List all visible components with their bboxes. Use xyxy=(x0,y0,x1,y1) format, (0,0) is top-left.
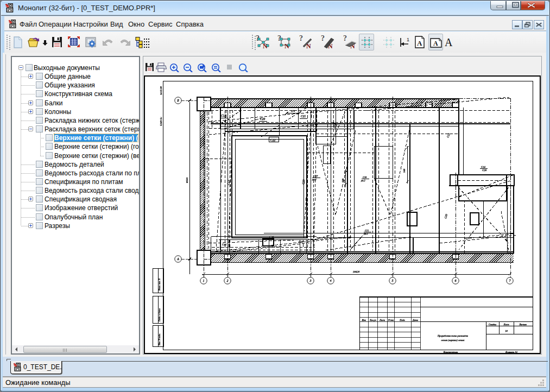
svg-text:Изм: Изм xyxy=(361,319,366,321)
svg-text:?: ? xyxy=(343,35,347,42)
svg-text:Подп: Подп xyxy=(399,319,404,321)
svg-text:7: 7 xyxy=(509,279,511,282)
svg-text:Дата: Дата xyxy=(412,319,418,321)
svg-text:1: 1 xyxy=(203,279,205,282)
svg-text:A: A xyxy=(417,39,422,47)
svg-text:340: 340 xyxy=(403,168,406,173)
svg-text:2: 2 xyxy=(227,279,229,282)
svg-text:4: 4 xyxy=(330,279,332,282)
svg-text:C16: C16 xyxy=(299,241,303,243)
svg-text:A: A xyxy=(433,40,438,47)
svg-text:Проработка типа раскладки: Проработка типа раскладки xyxy=(437,334,469,337)
svg-text:Листов: Листов xyxy=(519,323,527,326)
svg-text:18420: 18420 xyxy=(353,270,360,273)
svg-text:5: 5 xyxy=(392,279,394,282)
svg-text:C/8: C/8 xyxy=(363,176,367,179)
svg-text:ум.2: ум.2 xyxy=(312,178,317,181)
svg-text:C27: C27 xyxy=(313,175,318,178)
svg-text:A: A xyxy=(445,36,453,48)
svg-text:C26: C26 xyxy=(482,169,487,172)
svg-text:Лист: Лист xyxy=(503,323,509,326)
svg-text:Б: Б xyxy=(176,99,179,102)
svg-text:А: А xyxy=(176,257,179,261)
svg-text:Подп. и дата: Подп. и дата xyxy=(158,308,161,322)
svg-text:N док: N док xyxy=(388,319,394,321)
svg-text:5240-5c: 5240-5c xyxy=(160,117,162,126)
svg-text:C15: C15 xyxy=(222,243,227,246)
svg-text:Взам. инв. N: Взам. инв. N xyxy=(158,279,161,290)
svg-text:370: 370 xyxy=(291,110,295,112)
svg-text:?: ? xyxy=(299,35,303,42)
svg-text:ум.2: ум.2 xyxy=(361,179,365,182)
svg-text:18: 18 xyxy=(505,330,508,332)
svg-text:C22: C22 xyxy=(270,138,275,142)
svg-text:8550: 8550 xyxy=(186,178,188,184)
svg-text:1: 1 xyxy=(407,37,409,42)
svg-text:Стадия: Стадия xyxy=(489,323,496,326)
svg-text:C12: C12 xyxy=(221,114,226,117)
svg-text:Лист: Лист xyxy=(379,319,385,321)
svg-text:6: 6 xyxy=(455,279,457,282)
svg-text:C20: C20 xyxy=(444,213,448,219)
svg-text:Формат А1: Формат А1 xyxy=(505,351,517,353)
svg-text:C21: C21 xyxy=(301,115,306,118)
svg-text:?: ? xyxy=(321,35,325,42)
svg-text:Конструктор: Конструктор xyxy=(443,351,458,353)
svg-text:Инв. N подл.: Инв. N подл. xyxy=(158,333,161,346)
svg-text:14.02.98: 14.02.98 xyxy=(160,86,162,96)
svg-text:3: 3 xyxy=(309,279,312,282)
svg-text:C/1: C/1 xyxy=(365,229,369,232)
svg-text:C20: C20 xyxy=(260,117,265,121)
svg-text:C24: C24 xyxy=(269,236,274,238)
svg-text:ум.3: ум.3 xyxy=(363,232,368,235)
svg-text:сеток (верхних) сеток: сеток (верхних) сеток xyxy=(441,339,465,342)
svg-text:C14: C14 xyxy=(481,166,486,168)
svg-text:Кол.уч: Кол.уч xyxy=(369,319,376,321)
